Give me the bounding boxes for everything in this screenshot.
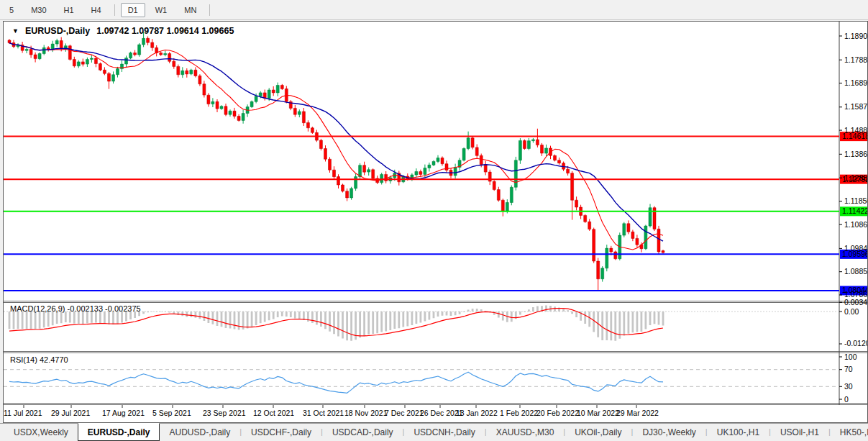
tab-uk100-h1[interactable]: UK100-,H1 (708, 424, 769, 441)
price-axis-tick-label: 1.09840 (844, 244, 867, 253)
date-axis-label: 31 Oct 2021 (303, 409, 344, 417)
date-axis-label: 20 Feb 2022 (536, 409, 579, 417)
macd-axis-tick-label: -0.012053 (844, 339, 867, 347)
rsi-axis-tick-label: 0 (844, 395, 849, 404)
chart-background (4, 22, 867, 422)
tab-audusd-daily[interactable]: AUDUSD-,Daily (160, 424, 239, 441)
price-axis-tick-label: 1.15870 (844, 102, 867, 111)
timeframe-button-5[interactable]: 5 (2, 3, 21, 17)
chart-tabbar: USDX,WeeklyEURUSD-,DailyAUDUSD-,Daily|US… (0, 423, 868, 441)
toolbar-separator (114, 4, 115, 16)
tab-list: USDX,WeeklyEURUSD-,DailyAUDUSD-,Daily|US… (4, 424, 868, 441)
macd-axis-tick-label: 0.003408 (844, 298, 867, 306)
date-axis-label: 29 Mar 2022 (616, 409, 659, 417)
timeframe-toolbar: 5M30H1H4D1W1MN (0, 0, 868, 20)
chart-canvas[interactable]: 1.146181.127921.114221.095961.080441.189… (4, 22, 867, 422)
collapse-triangle-icon[interactable]: ▼ (12, 27, 19, 35)
price-axis-tick-label: 1.13860 (844, 150, 867, 158)
rsi-axis-tick-label: 30 (844, 382, 853, 391)
tab-usdx-weekly[interactable]: USDX,Weekly (4, 424, 78, 441)
date-axis-label: 12 Oct 2021 (253, 409, 294, 417)
chart-window: 1.146181.127921.114221.095961.080441.189… (3, 21, 868, 423)
price-axis-tick-label: 1.10860 (844, 220, 867, 229)
date-axis-label: 17 Aug 2021 (102, 409, 145, 417)
price-axis-tick-label: 1.17880 (844, 55, 867, 64)
date-axis-label: 1 Feb 2022 (500, 409, 538, 417)
tab-dj30-weekly[interactable]: DJ30-,Weekly (633, 424, 705, 441)
timeframe-button-mn[interactable]: MN (177, 3, 204, 17)
price-axis-tick-label: 1.08850 (844, 267, 867, 276)
date-axis-label: 29 Jul 2021 (51, 409, 90, 417)
price-axis-tick-label: 1.16890 (844, 78, 867, 87)
tab-usdchf-daily[interactable]: USDCHF-,Daily (242, 424, 321, 441)
price-axis-tick-label: 1.14880 (844, 126, 867, 135)
date-axis-label: 18 Nov 2021 (344, 409, 388, 417)
price-level-badge-value: 1.11422 (842, 206, 867, 215)
price-axis-tick-label: 1.18900 (844, 32, 867, 40)
date-axis-label: 10 Mar 2022 (577, 409, 619, 417)
tab-xauusd-m30[interactable]: XAUUSD-,M30 (487, 424, 564, 441)
tab-ukoil-daily[interactable]: UKOil-,Daily (565, 424, 631, 441)
price-axis-tick-label: 1.11850 (844, 196, 867, 205)
price-axis-tick-label: 1.12850 (844, 173, 867, 182)
date-axis-label: 7 Dec 2021 (385, 409, 424, 417)
date-axis-label: 13 Jan 2022 (456, 409, 498, 417)
tab-usdcnh-daily[interactable]: USDCNH-,Daily (404, 424, 484, 441)
date-axis-label: 23 Sep 2021 (203, 409, 246, 417)
rsi-axis-tick-label: 70 (844, 365, 853, 373)
date-axis-label: 5 Sep 2021 (152, 409, 191, 417)
date-axis-label: 11 Jul 2021 (4, 409, 42, 417)
timeframe-button-h1[interactable]: H1 (57, 3, 81, 17)
macd-axis-tick-label: 0.00 (844, 307, 859, 316)
toolbar-separator (209, 4, 210, 16)
rsi-axis-tick-label: 100 (844, 353, 857, 361)
tab-usdcad-daily[interactable]: USDCAD-,Daily (323, 424, 403, 441)
tab-hk50-h1[interactable]: HK50-,H1 (831, 424, 868, 441)
timeframe-button-d1[interactable]: D1 (121, 3, 145, 17)
timeframe-button-m30[interactable]: M30 (24, 3, 53, 17)
tab-usoil-h1[interactable]: USOil-,H1 (771, 424, 828, 441)
timeframe-button-w1[interactable]: W1 (148, 3, 175, 17)
tab-eurusd-daily[interactable]: EURUSD-,Daily (78, 423, 160, 441)
timeframe-button-h4[interactable]: H4 (84, 3, 109, 17)
